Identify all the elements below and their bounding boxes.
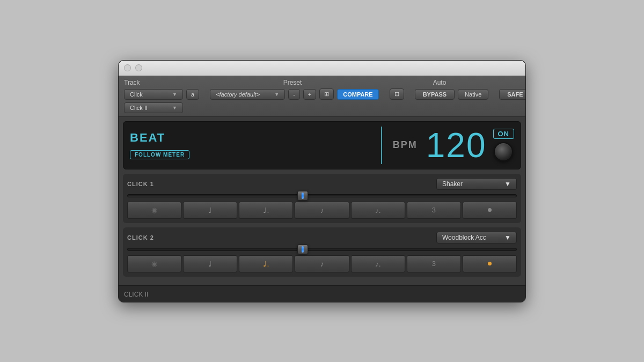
eye-icon-2: ◉ <box>151 260 157 268</box>
preset-section-label: Preset <box>162 79 423 86</box>
click2-sound-select[interactable]: Woodblock Acc ▼ <box>436 232 517 243</box>
main-content: BEAT FOLLOW METER BPM 120 ON CLICK 1 Sha… <box>119 117 525 285</box>
click1-sound-name: Shaker <box>442 180 463 188</box>
native-button[interactable]: Native <box>458 89 488 100</box>
bpm-value[interactable]: 120 <box>426 128 487 162</box>
close-button[interactable] <box>124 64 131 71</box>
click1-note-eye[interactable]: ◉ <box>127 202 181 219</box>
click1-note-eighth[interactable]: ♪ <box>295 202 349 219</box>
preset-select-button[interactable]: <factory default> ▼ <box>210 89 285 100</box>
eighth-note-icon-2: ♪ <box>320 260 324 268</box>
bpm-label: BPM <box>393 139 418 151</box>
click2-sound-name: Woodblock Acc <box>442 234 486 241</box>
quarter-note-icon-2: ♩ <box>208 260 212 268</box>
eye-icon: ◉ <box>151 206 157 214</box>
preset-plus-button[interactable]: + <box>303 89 316 100</box>
click1-slider-indicator <box>302 193 304 199</box>
footer-label: CLICK II <box>124 291 148 298</box>
click2-note-quarter[interactable]: ♩ <box>183 255 237 272</box>
minimize-button[interactable] <box>135 64 142 71</box>
title-bar <box>119 61 525 76</box>
click1-note-quarter-dot[interactable]: ♩. <box>239 202 293 219</box>
click1-label: CLICK 1 <box>127 181 154 187</box>
click2-slider-track[interactable] <box>127 248 517 251</box>
click2-note-quarter-dot[interactable]: ♩. <box>239 255 293 272</box>
click2-header: CLICK 2 Woodblock Acc ▼ <box>127 232 517 243</box>
click1-note-triplet[interactable]: 3 <box>407 202 461 219</box>
eighth-note-icon: ♪ <box>320 206 324 215</box>
click2-note-dot[interactable] <box>463 255 517 272</box>
preset-arrow: ▼ <box>274 92 279 97</box>
safe-button[interactable]: SAFE <box>499 89 526 100</box>
click1-sound-arrow: ▼ <box>504 180 511 188</box>
track-variant-button[interactable]: a <box>186 89 199 100</box>
bpm-divider <box>381 127 382 164</box>
track-name-button[interactable]: Click II ▼ <box>124 102 183 113</box>
track-name-label: Click II <box>130 105 148 111</box>
eighth-dot-note-icon: ♪. <box>375 206 381 215</box>
compare-button[interactable]: COMPARE <box>337 89 378 100</box>
click1-note-buttons: ◉ ♩ ♩. ♪ ♪. 3 <box>127 202 517 219</box>
toolbar-controls-row: Click ▼ a <factory default> ▼ - + ⊞ COMP… <box>124 88 520 100</box>
footer: CLICK II <box>119 285 525 302</box>
click2-note-triplet[interactable]: 3 <box>407 255 461 272</box>
on-button[interactable]: ON <box>493 129 515 139</box>
track-select-arrow: ▼ <box>172 92 177 97</box>
click1-slider-thumb[interactable] <box>297 191 308 201</box>
click2-slider-thumb[interactable] <box>297 245 308 254</box>
click2-slider-indicator <box>302 246 304 253</box>
eighth-dot-note-icon-2: ♪. <box>375 260 381 268</box>
preset-copy-button[interactable]: ⊞ <box>319 88 334 100</box>
click2-section: CLICK 2 Woodblock Acc ▼ ◉ ♩ ♩ <box>123 227 521 277</box>
triplet-label: 3 <box>432 206 436 214</box>
bpm-display: BEAT FOLLOW METER BPM 120 ON <box>123 121 521 169</box>
click1-note-eighth-dot[interactable]: ♪. <box>351 202 405 219</box>
preset-minus-button[interactable]: - <box>288 89 300 100</box>
click2-label: CLICK 2 <box>127 234 154 241</box>
track-name-row: Click II ▼ <box>124 102 520 113</box>
beat-label: BEAT <box>130 131 370 145</box>
click2-note-eighth[interactable]: ♪ <box>295 255 349 272</box>
bpm-section: BPM 120 <box>393 128 487 162</box>
click1-note-quarter[interactable]: ♩ <box>183 202 237 219</box>
track-name-arrow: ▼ <box>172 105 177 110</box>
toolbar-labels-row: Track Preset Auto <box>124 79 520 86</box>
auto-section-label: Auto <box>423 79 456 86</box>
click2-note-eighth-dot[interactable]: ♪. <box>351 255 405 272</box>
beat-section: BEAT FOLLOW METER <box>130 131 370 159</box>
click1-section: CLICK 1 Shaker ▼ ◉ ♩ ♩. <box>123 174 521 223</box>
click1-slider-track[interactable] <box>127 194 517 197</box>
click1-header: CLICK 1 Shaker ▼ <box>127 178 517 190</box>
dot-icon <box>488 208 492 212</box>
quarter-dot-note-icon: ♩. <box>263 206 269 215</box>
quarter-note-icon: ♩ <box>208 206 212 215</box>
click1-sound-select[interactable]: Shaker ▼ <box>436 178 517 190</box>
dot-icon-2 <box>488 262 492 265</box>
toolbar: Track Preset Auto Click ▼ a <factory def… <box>119 76 525 117</box>
follow-meter-button[interactable]: FOLLOW METER <box>130 150 189 159</box>
on-section: ON <box>493 129 515 161</box>
bypass-button[interactable]: BYPASS <box>415 89 455 100</box>
track-select-label: Click <box>130 91 143 98</box>
triplet-label-2: 3 <box>432 260 436 268</box>
auto-record-button[interactable]: ⊡ <box>390 88 404 100</box>
click2-note-eye[interactable]: ◉ <box>127 255 181 272</box>
click2-sound-arrow: ▼ <box>504 234 511 241</box>
click1-note-dot[interactable] <box>463 202 517 219</box>
plugin-window: Track Preset Auto Click ▼ a <factory def… <box>118 60 526 302</box>
quarter-dot-note-icon-2: ♩. <box>263 260 269 268</box>
click2-note-buttons: ◉ ♩ ♩. ♪ ♪. 3 <box>127 255 517 272</box>
track-select-button[interactable]: Click ▼ <box>124 89 183 100</box>
preset-value-label: <factory default> <box>216 91 260 98</box>
bpm-knob[interactable] <box>494 142 513 161</box>
